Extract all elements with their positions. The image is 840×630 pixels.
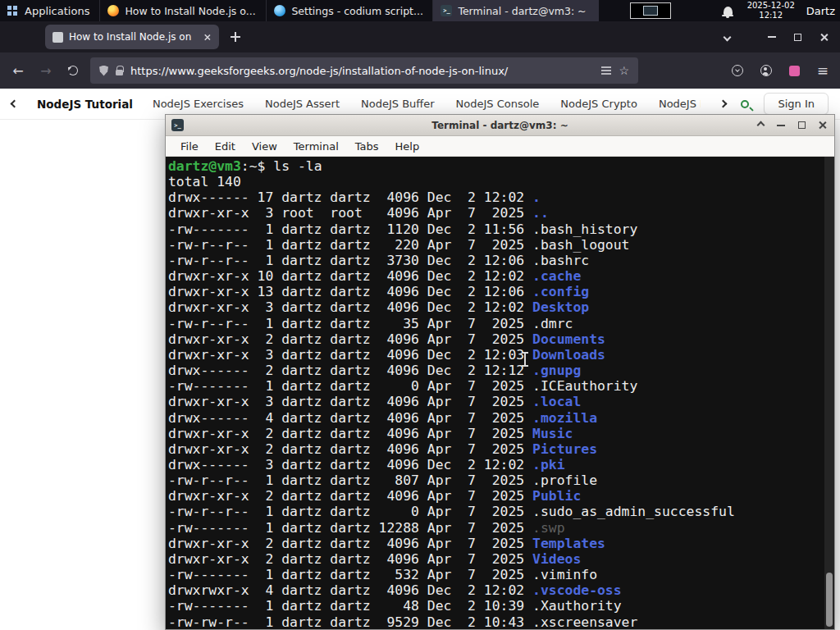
taskbar-button-label: Terminal - dartz@vm3: ~ (458, 5, 586, 17)
url-bar[interactable]: https://www.geeksforgeeks.org/node-js/in… (90, 57, 638, 84)
ls-entry: drwx------ 2 dartz dartz 4096 Dec 2 12:1… (168, 363, 823, 378)
tab-close-icon[interactable] (203, 34, 211, 41)
terminal-scrollbar[interactable] (824, 157, 834, 629)
ls-entry: drwxr-xr-x 2 dartz dartz 4096 Apr 7 2025… (168, 426, 823, 441)
sitenav-link[interactable]: NodeJS Crypto (560, 98, 637, 110)
directory-name: Pictures (532, 441, 597, 457)
taskbar: How to Install Node.js o...Settings - co… (99, 0, 599, 21)
pocket-icon[interactable] (732, 65, 743, 76)
browser-tab[interactable]: How to Install Node.js on (45, 25, 219, 49)
terminal-screen[interactable]: dartz@vm3:~$ ls -latotal 140drwx------ 1… (166, 157, 834, 629)
prompt-path: :~$ (241, 158, 273, 174)
ls-entry: -rw-rw-r-- 1 dartz dartz 9529 Dec 2 10:4… (168, 614, 823, 629)
account-icon[interactable] (760, 65, 772, 76)
menu-terminal[interactable]: Terminal (285, 138, 347, 155)
applications-menu[interactable]: Applications (0, 0, 99, 21)
directory-name: Templates (532, 536, 605, 551)
tracking-protection-shield-icon[interactable] (99, 66, 108, 76)
ls-entry: drwxr-xr-x 3 dartz dartz 4096 Dec 2 12:0… (168, 299, 823, 315)
clock[interactable]: 2025-12-02 12:12 (747, 1, 795, 21)
menu-help[interactable]: Help (387, 138, 428, 155)
clock-time: 12:12 (747, 11, 795, 21)
ls-entry: -rw------- 1 dartz dartz 48 Dec 2 10:39 … (168, 598, 823, 614)
sitenav-link[interactable]: NodeJS Exercises (153, 98, 244, 110)
ls-entry: drwx------ 4 dartz dartz 4096 Apr 7 2025… (168, 410, 823, 426)
back-button[interactable]: ← (8, 63, 28, 79)
notifications-bell-icon[interactable] (724, 7, 733, 15)
directory-name: .cache (532, 268, 581, 284)
scrollbar-thumb[interactable] (826, 573, 833, 627)
terminal-menubar: FileEditViewTerminalTabsHelp (166, 136, 834, 157)
toolbar-icons: ≡ (732, 62, 829, 79)
directory-name: .local (532, 394, 581, 409)
ls-entry: drwxr-xr-x 2 dartz dartz 4096 Apr 7 2025… (168, 536, 823, 551)
top-panel: Applications How to Install Node.js o...… (0, 0, 840, 21)
firefox-icon (107, 5, 119, 16)
file-name: .bashrc (532, 253, 589, 268)
file-name: .Xauthority (532, 598, 622, 614)
search-icon[interactable] (741, 100, 749, 108)
sign-in-button[interactable]: Sign In (764, 93, 829, 115)
browser-close-button[interactable] (819, 33, 829, 42)
shade-button[interactable] (754, 119, 767, 132)
list-all-tabs-icon[interactable] (724, 33, 732, 41)
taskbar-button[interactable]: >_Terminal - dartz@vm3: ~ (432, 0, 599, 21)
ls-entry: drwxr-xr-x 3 root root 4096 Apr 7 2025 .… (168, 205, 823, 221)
close-button[interactable] (815, 119, 829, 132)
forward-button[interactable]: → (36, 63, 56, 79)
browser-minimize-button[interactable] (768, 36, 776, 38)
url-text[interactable]: https://www.geeksforgeeks.org/node-js/in… (130, 65, 594, 77)
terminal-titlebar[interactable]: >_ Terminal - dartz@vm3: ~ (166, 115, 834, 136)
sitenav-current[interactable]: NodeJS Tutorial (37, 98, 133, 111)
bookmark-star-icon[interactable]: ☆ (619, 64, 629, 77)
taskbar-button[interactable]: Settings - codium script... (266, 0, 432, 21)
sitenav-link[interactable]: NodeJS Buffer (361, 98, 435, 110)
directory-name: .pki (532, 457, 564, 472)
taskbar-button[interactable]: How to Install Node.js o... (99, 0, 266, 21)
file-name: .xscreensaver (532, 614, 637, 629)
workspace-switcher[interactable] (630, 2, 671, 19)
directory-name: Music (532, 426, 573, 441)
sitenav-link[interactable]: NodeJS DNS (659, 98, 701, 110)
directory-name: .gnupg (532, 363, 581, 378)
ls-entry: drwxr-xr-x 10 dartz dartz 4096 Dec 2 12:… (168, 268, 823, 284)
new-tab-button[interactable] (231, 32, 240, 42)
ls-entry: -rw------- 1 dartz dartz 12288 Apr 7 202… (168, 520, 823, 536)
applications-label: Applications (25, 5, 89, 17)
menu-file[interactable]: File (172, 138, 207, 155)
ls-entry: drwxr-xr-x 2 dartz dartz 4096 Apr 7 2025… (168, 488, 823, 504)
directory-name: .mozilla (532, 410, 597, 426)
menu-view[interactable]: View (244, 138, 285, 155)
file-name: .bash_logout (532, 237, 629, 253)
maximize-button[interactable] (795, 119, 808, 132)
directory-name: . (532, 189, 541, 205)
menu-tabs[interactable]: Tabs (347, 138, 387, 155)
directory-name: Videos (532, 551, 581, 567)
prompt-line: dartz@vm3:~$ ls -la (168, 158, 823, 174)
file-name: .profile (532, 472, 597, 488)
nav-scroll-left-icon[interactable] (11, 100, 19, 108)
menu-edit[interactable]: Edit (207, 138, 244, 155)
minimize-button[interactable] (774, 119, 788, 132)
extension-icon[interactable] (789, 66, 800, 76)
reload-icon[interactable] (68, 66, 78, 75)
ls-entry: drwxr-xr-x 2 dartz dartz 4096 Apr 7 2025… (168, 331, 823, 347)
browser-maximize-button[interactable] (794, 34, 801, 41)
sitenav-links: NodeJS ExercisesNodeJS AssertNodeJS Buff… (153, 98, 701, 110)
ls-entry: drwxrwxr-x 4 dartz dartz 4096 Dec 2 12:0… (168, 582, 823, 598)
terminal-text: dartz@vm3:~$ ls -latotal 140drwx------ 1… (168, 158, 823, 629)
https-lock-icon[interactable] (116, 70, 123, 75)
terminal-icon: >_ (441, 5, 452, 16)
sitenav-link[interactable]: NodeJS Assert (265, 98, 340, 110)
reader-mode-icon[interactable] (601, 66, 611, 68)
session-username[interactable]: Dartz (806, 5, 835, 17)
ls-entry: drwx------ 3 dartz dartz 4096 Dec 2 12:0… (168, 457, 823, 472)
applications-icon (7, 5, 19, 17)
navigation-toolbar: ← → https://www.geeksforgeeks.org/node-j… (0, 52, 840, 89)
sitenav-link[interactable]: NodeJS Console (456, 98, 540, 110)
app-menu-icon[interactable]: ≡ (817, 62, 829, 79)
prompt-user-host: dartz@vm3 (168, 158, 241, 174)
nav-scroll-right-icon[interactable] (719, 100, 728, 108)
ls-entry: drwxr-xr-x 3 dartz dartz 4096 Dec 2 12:0… (168, 347, 823, 363)
ls-entry: -rw-r--r-- 1 dartz dartz 35 Apr 7 2025 .… (168, 316, 823, 331)
